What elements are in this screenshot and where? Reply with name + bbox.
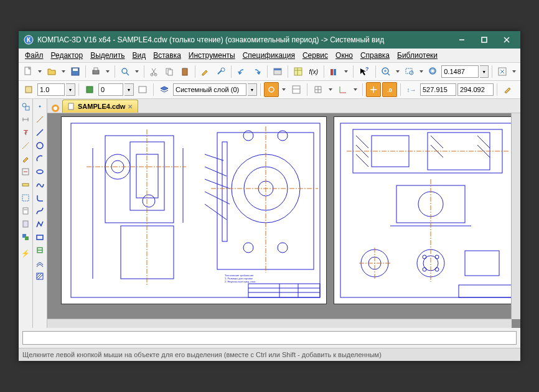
preview-dropdown[interactable] — [133, 64, 140, 79]
state-list-button[interactable] — [135, 82, 150, 97]
preview-button[interactable] — [118, 64, 132, 79]
menu-file[interactable]: Файл — [21, 50, 47, 61]
reports-tool[interactable] — [19, 218, 32, 230]
snap-dropdown[interactable] — [280, 82, 288, 97]
round-button[interactable]: .0 — [382, 82, 397, 97]
print-button[interactable] — [89, 64, 103, 79]
select-tool[interactable] — [19, 192, 32, 204]
library-mgr-button[interactable] — [327, 64, 341, 79]
coord-x-input[interactable] — [420, 83, 456, 96]
zoom-in-dropdown[interactable] — [395, 64, 401, 79]
scale-dropdown[interactable]: ▼ — [66, 83, 75, 96]
state-icon-button[interactable] — [82, 82, 97, 97]
open-dropdown[interactable] — [60, 64, 67, 79]
zoom-input[interactable] — [441, 65, 479, 78]
refresh-button[interactable] — [495, 64, 509, 79]
edit-tool[interactable] — [19, 152, 32, 165]
bezier-tool[interactable] — [34, 205, 46, 217]
redo-button[interactable] — [250, 64, 263, 79]
segment-tool[interactable] — [34, 126, 46, 139]
view-state-button[interactable] — [21, 82, 36, 97]
hatch-tool[interactable] — [34, 270, 46, 282]
drawing-canvas[interactable]: Технические требования 1. Размеры для сп… — [47, 113, 520, 328]
ortho-button[interactable] — [366, 82, 381, 97]
coord-mode-button[interactable]: ↕→ — [404, 82, 419, 97]
zoom-fit-button[interactable] — [426, 64, 440, 79]
menu-window[interactable]: Окно — [332, 50, 357, 61]
copy-button[interactable] — [162, 64, 176, 79]
menu-tools[interactable]: Инструменты — [185, 50, 239, 61]
rect-tool[interactable] — [34, 231, 46, 243]
help-pointer-button[interactable]: ? — [357, 64, 370, 79]
layers-mgr-button[interactable] — [289, 82, 304, 97]
cut-button[interactable] — [147, 64, 161, 79]
close-button[interactable] — [493, 31, 520, 49]
zoom-window-dropdown[interactable] — [418, 64, 424, 79]
tab-close-icon[interactable]: ✕ — [128, 103, 133, 110]
fx-button[interactable]: f(x) — [307, 64, 321, 79]
manager-button[interactable] — [271, 64, 284, 79]
vertical-scrollbar[interactable] — [511, 113, 520, 319]
menu-select[interactable]: Выделить — [87, 50, 128, 61]
menu-spec[interactable]: Спецификация — [239, 50, 299, 61]
print-dropdown[interactable] — [105, 64, 111, 79]
menu-help[interactable]: Справка — [357, 50, 393, 61]
menu-libraries[interactable]: Библиотеки — [393, 50, 441, 61]
fillet-tool[interactable] — [34, 192, 46, 204]
zoom-in-button[interactable] — [379, 64, 393, 79]
layer-icon-button[interactable] — [157, 82, 172, 97]
auxline-tool[interactable] — [34, 113, 46, 126]
drawing-mode-button[interactable] — [500, 82, 515, 97]
param-tool[interactable] — [19, 166, 32, 178]
library-dropdown[interactable] — [343, 64, 350, 79]
spec-tool[interactable] — [19, 205, 32, 217]
copy-props-button[interactable] — [213, 64, 227, 79]
dimension-tool[interactable] — [19, 113, 32, 126]
snap-toggle-button[interactable] — [264, 82, 279, 97]
attribute-tool[interactable]: ⚡ — [19, 247, 32, 259]
start-page-icon[interactable] — [51, 104, 60, 113]
menu-service[interactable]: Сервис — [299, 50, 332, 61]
circle-tool[interactable] — [34, 139, 46, 152]
arc-tool[interactable] — [34, 152, 46, 165]
command-input[interactable] — [22, 331, 517, 345]
spline-tool[interactable] — [34, 179, 46, 191]
equidist-tool[interactable] — [34, 257, 46, 269]
construction-tool[interactable] — [19, 139, 32, 152]
menu-view[interactable]: Вид — [129, 50, 150, 61]
coord-y-input[interactable] — [457, 83, 494, 96]
menu-edit[interactable]: Редактор — [47, 50, 87, 61]
undo-button[interactable] — [235, 64, 248, 79]
refresh-dropdown[interactable] — [511, 64, 518, 79]
lcs-dropdown[interactable] — [352, 82, 359, 97]
state-dropdown[interactable]: ▼ — [124, 83, 134, 96]
grid-dropdown[interactable] — [327, 82, 334, 97]
point-tool[interactable] — [34, 100, 46, 113]
document-tab[interactable]: SAMPLE4.cdw ✕ — [62, 100, 138, 113]
svg-rect-43 — [293, 86, 300, 93]
properties-button[interactable] — [199, 64, 212, 79]
lcs-button[interactable] — [335, 82, 350, 97]
grid-button[interactable] — [311, 82, 326, 97]
new-button[interactable] — [21, 64, 35, 79]
measure-tool[interactable] — [19, 179, 32, 191]
polyline-tool[interactable] — [34, 218, 46, 230]
paste-button[interactable] — [177, 64, 191, 79]
save-button[interactable] — [68, 64, 82, 79]
notation-tool[interactable]: ₮ — [19, 126, 32, 139]
zoom-window-button[interactable] — [403, 64, 416, 79]
open-button[interactable] — [45, 64, 59, 79]
layer-dropdown[interactable]: ▼ — [248, 83, 257, 96]
geometry-tool[interactable] — [19, 100, 32, 113]
zoom-dropdown[interactable]: ▼ — [480, 65, 489, 78]
collect-tool[interactable] — [34, 244, 46, 256]
scale-input[interactable] — [37, 83, 65, 96]
insert-tool[interactable] — [19, 231, 32, 243]
ellipse-tool[interactable] — [34, 166, 46, 178]
layer-input[interactable] — [173, 83, 246, 96]
horizontal-scrollbar[interactable] — [47, 319, 512, 328]
variables-button[interactable] — [291, 64, 305, 79]
new-dropdown[interactable] — [36, 64, 43, 79]
menu-insert[interactable]: Вставка — [149, 50, 185, 61]
state-number-input[interactable] — [98, 83, 123, 96]
